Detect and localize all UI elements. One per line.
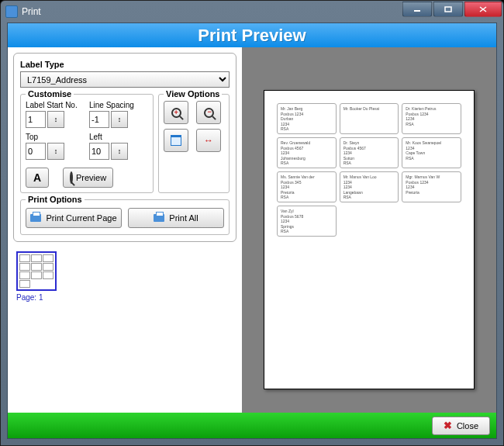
fit-width-button[interactable]: ↔ bbox=[196, 129, 221, 152]
font-button[interactable]: A bbox=[26, 168, 49, 188]
label-start-input[interactable] bbox=[26, 111, 46, 128]
print-all-button[interactable]: Print All bbox=[128, 208, 224, 228]
customise-group: Customise Label Start No. ↕ bbox=[20, 94, 154, 193]
page-title: Print Preview bbox=[8, 23, 496, 47]
page-thumbnail[interactable] bbox=[16, 251, 57, 291]
address-label: Mr. Manus Van Loo12341234LangebaanRSA bbox=[340, 171, 399, 202]
printer-icon bbox=[30, 214, 41, 222]
svg-rect-1 bbox=[445, 7, 451, 12]
top-spinner[interactable]: ↕ bbox=[47, 143, 64, 160]
window-title: Print bbox=[22, 6, 41, 17]
svg-rect-0 bbox=[414, 10, 420, 12]
label-type-select[interactable]: L7159_Address bbox=[20, 71, 230, 88]
address-label: Ms. Sannie Van derPosbus 3451234Pretoria… bbox=[277, 171, 337, 202]
zoom-out-icon bbox=[204, 108, 214, 118]
thumbnail-label: Page: 1 bbox=[16, 293, 233, 302]
address-label: Mgr. Marnus Van WPosbus 12341234Pretoria bbox=[402, 171, 461, 202]
address-label: Rev. GroenewaldPosbus 45671234Johannesbu… bbox=[277, 137, 337, 168]
window-close-button[interactable] bbox=[464, 2, 502, 17]
address-label: Mr. Koos Swanepoel1234Cape TownRSA bbox=[402, 137, 461, 168]
print-current-button[interactable]: Print Current Page bbox=[26, 208, 122, 228]
address-label: Dr. SteynPosbus 45671234SuttonRSA bbox=[340, 137, 399, 168]
view-options-legend: View Options bbox=[164, 89, 222, 99]
page-icon bbox=[171, 135, 181, 146]
address-label: Van ZylPosbus 56781234SpringsRSA bbox=[277, 206, 337, 237]
fit-width-icon: ↔ bbox=[204, 135, 213, 146]
top-input[interactable] bbox=[26, 143, 46, 160]
label-start-spinner[interactable]: ↕ bbox=[47, 111, 64, 128]
close-button[interactable]: ✖ Close bbox=[432, 417, 490, 435]
preview-panel[interactable]: Mr. Jan BergPosbus 1234Durban1234RSAMr. … bbox=[242, 47, 496, 413]
preview-page: Mr. Jan BergPosbus 1234Durban1234RSAMr. … bbox=[264, 90, 475, 389]
printer-icon bbox=[154, 214, 164, 222]
view-options-group: View Options ↔ bbox=[158, 94, 230, 193]
print-window: Print Print Preview Label Type L7159_Add… bbox=[0, 0, 504, 446]
footer-bar: ✖ Close bbox=[8, 413, 496, 438]
titlebar[interactable]: Print bbox=[1, 1, 503, 22]
customise-legend: Customise bbox=[26, 89, 74, 99]
app-icon bbox=[5, 5, 18, 18]
line-spacing-input[interactable] bbox=[89, 111, 109, 128]
thumbnail-strip: Page: 1 bbox=[13, 248, 236, 305]
zoom-in-icon bbox=[171, 108, 181, 118]
print-options-group: Print Options Print Current Page Print A… bbox=[20, 199, 230, 235]
left-input[interactable] bbox=[89, 143, 109, 160]
label-type-label: Label Type bbox=[20, 60, 230, 69]
top-label: Top bbox=[26, 133, 85, 141]
left-label: Left bbox=[89, 133, 148, 141]
print-options-legend: Print Options bbox=[26, 195, 85, 204]
maximize-button[interactable] bbox=[433, 2, 463, 17]
preview-button[interactable]: Preview bbox=[63, 168, 113, 188]
controls-panel: Label Type L7159_Address Customise Label… bbox=[8, 47, 242, 413]
minimize-button[interactable] bbox=[402, 2, 432, 17]
address-label: Mr. Booker Du Plessi bbox=[340, 103, 399, 134]
address-label: Mr. Jan BergPosbus 1234Durban1234RSA bbox=[277, 103, 337, 134]
line-spacing-label: Line Spacing bbox=[89, 101, 148, 109]
address-label: Dr. Kierien PetrusPosbus 12341234RSA bbox=[402, 103, 461, 134]
left-spinner[interactable]: ↕ bbox=[111, 143, 128, 160]
client-area: Print Preview Label Type L7159_Address C… bbox=[7, 22, 497, 439]
line-spacing-spinner[interactable]: ↕ bbox=[111, 111, 128, 128]
magnifier-icon bbox=[70, 173, 73, 182]
label-start-label: Label Start No. bbox=[26, 101, 85, 109]
page-view-button[interactable] bbox=[164, 129, 188, 152]
zoom-in-button[interactable] bbox=[164, 101, 188, 124]
close-icon: ✖ bbox=[444, 420, 452, 431]
zoom-out-button[interactable] bbox=[196, 101, 221, 124]
